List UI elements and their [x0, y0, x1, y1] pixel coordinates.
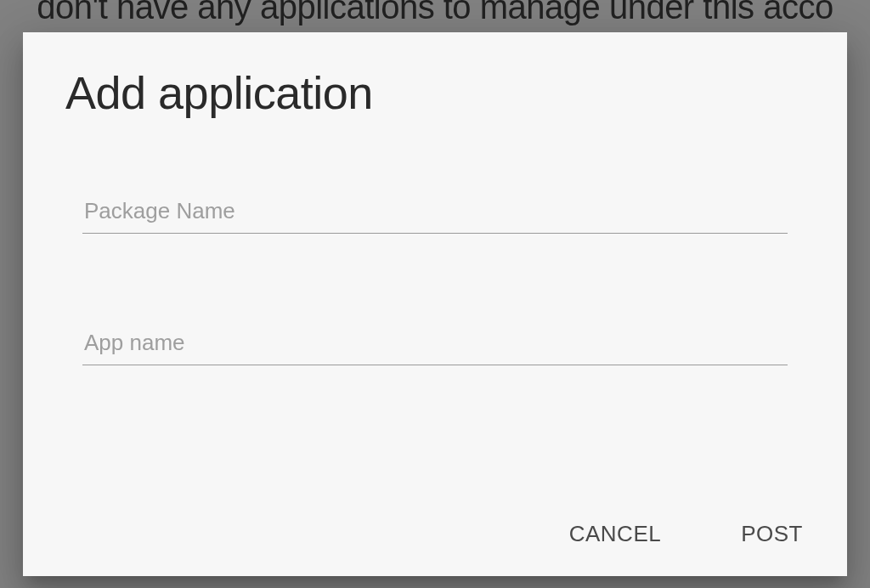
add-application-dialog: Add application CANCEL POST	[23, 32, 847, 576]
package-name-input[interactable]	[82, 191, 788, 234]
app-name-group	[82, 323, 788, 365]
cancel-button[interactable]: CANCEL	[551, 509, 680, 559]
package-name-group	[82, 191, 788, 234]
dialog-actions: CANCEL POST	[551, 509, 822, 559]
post-button[interactable]: POST	[722, 509, 822, 559]
dialog-title: Add application	[23, 32, 847, 127]
app-name-input[interactable]	[82, 323, 788, 365]
